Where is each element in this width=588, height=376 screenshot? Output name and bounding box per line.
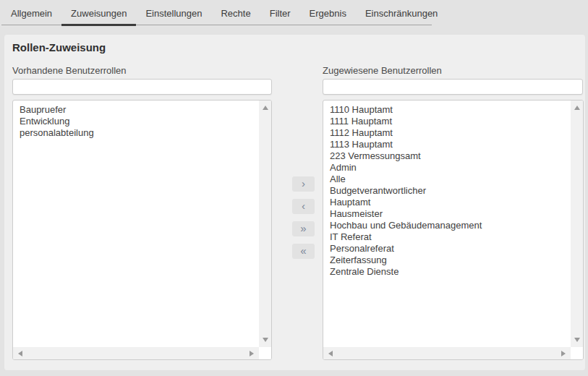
tab-allgemein[interactable]: Allgemein — [1, 0, 61, 26]
list-item[interactable]: Admin — [330, 162, 571, 174]
move-all-right-button[interactable]: » — [292, 221, 315, 236]
move-left-button[interactable]: ‹ — [292, 199, 315, 214]
assigned-roles-listbox[interactable]: 1110 Hauptamt1111 Hauptamt1112 Hauptamt1… — [323, 100, 584, 360]
tab-filter[interactable]: Filter — [260, 0, 300, 26]
assigned-vertical-scrollbar[interactable] — [571, 101, 583, 347]
tab-rechte[interactable]: Rechte — [211, 0, 260, 26]
scroll-left-icon[interactable] — [328, 351, 333, 356]
move-right-button[interactable]: › — [292, 176, 315, 192]
available-roles-listbox[interactable]: BauprueferEntwicklungpersonalabteilung — [12, 100, 272, 360]
available-roles-label: Vorhandene Benutzerrollen — [12, 65, 127, 76]
list-item[interactable]: 1110 Hauptamt — [330, 104, 571, 116]
assigned-roles-label: Zugewiesene Benutzerrollen — [323, 65, 442, 76]
scroll-down-icon[interactable] — [263, 338, 268, 342]
list-item[interactable]: 1111 Hauptamt — [330, 116, 571, 127]
tab-ergebnis[interactable]: Ergebnis — [300, 0, 356, 26]
assigned-horizontal-scrollbar[interactable] — [323, 347, 571, 359]
tab-einschraenkungen[interactable]: Einschränkungen — [356, 0, 447, 26]
list-item[interactable]: Zeiterfassung — [330, 255, 571, 266]
list-item[interactable]: Personalreferat — [330, 243, 571, 255]
list-item[interactable]: Hausmeister — [330, 208, 571, 220]
scroll-left-icon[interactable] — [18, 351, 22, 356]
tab-einstellungen[interactable]: Einstellungen — [136, 0, 211, 26]
list-item[interactable]: Baupruefer — [20, 104, 259, 116]
assigned-roles-list: 1110 Hauptamt1111 Hauptamt1112 Hauptamt1… — [323, 101, 571, 347]
list-item[interactable]: 223 Vermessungsamt — [330, 150, 571, 162]
available-horizontal-scrollbar[interactable] — [13, 347, 259, 359]
scroll-down-icon[interactable] — [574, 338, 580, 342]
scroll-right-icon[interactable] — [250, 351, 254, 356]
list-item[interactable]: Hochbau und Gebäudemanagement — [330, 220, 571, 231]
page-title: Rollen-Zuweisung — [12, 41, 106, 54]
list-item[interactable]: IT Referat — [330, 231, 571, 243]
list-item[interactable]: Hauptamt — [330, 197, 571, 208]
scroll-right-icon[interactable] — [561, 351, 566, 356]
scroll-up-icon[interactable] — [263, 106, 268, 110]
available-roles-list: BauprueferEntwicklungpersonalabteilung — [13, 101, 259, 347]
tab-bar: Allgemein Zuweisungen Einstellungen Rech… — [0, 0, 588, 26]
list-item[interactable]: Entwicklung — [20, 116, 259, 127]
available-vertical-scrollbar[interactable] — [259, 101, 271, 347]
assigned-roles-filter-input[interactable] — [323, 79, 583, 95]
list-item[interactable]: Budgetverantwortlicher — [330, 185, 571, 197]
tab-zuweisungen[interactable]: Zuweisungen — [61, 0, 136, 26]
list-item[interactable]: personalabteilung — [20, 127, 259, 139]
available-roles-filter-input[interactable] — [12, 79, 272, 95]
scrollbar-corner — [259, 347, 271, 359]
list-item[interactable]: 1113 Hauptamt — [330, 139, 571, 150]
list-item[interactable]: Zentrale Dienste — [330, 266, 571, 278]
scroll-up-icon[interactable] — [574, 106, 580, 110]
scrollbar-corner — [571, 347, 583, 359]
list-item[interactable]: Alle — [330, 174, 571, 185]
list-item[interactable]: 1112 Hauptamt — [330, 127, 571, 139]
rollen-zuweisung-panel: Rollen-Zuweisung Vorhandene Benutzerroll… — [4, 34, 586, 371]
move-all-left-button[interactable]: « — [292, 244, 315, 259]
